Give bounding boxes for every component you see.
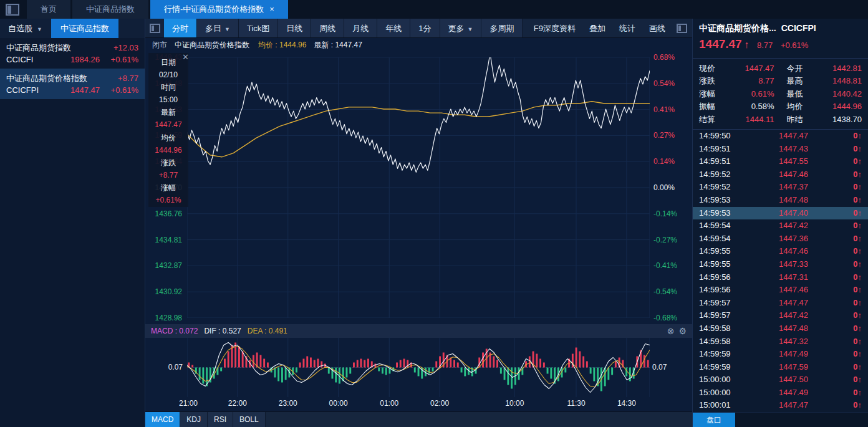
stat-value: 1447.47 (724, 62, 774, 75)
stock-name: 中证商品期货价格指数 (6, 72, 118, 84)
stock-code: CCICFI (6, 54, 54, 65)
period-button[interactable]: Tick图 (239, 19, 278, 37)
tooltip-row: 涨跌 (148, 156, 188, 169)
top-tab[interactable]: 首页 (27, 0, 70, 19)
close-tab-icon[interactable]: × (269, 4, 274, 14)
close-indicator-icon[interactable]: ⊗ (667, 326, 675, 336)
stock-list-item[interactable]: 中证商品期货指数+12.03CCICFI1984.26+0.61% (0, 38, 145, 69)
stock-change: +8.77 (118, 72, 138, 84)
tick-row[interactable]: 14:59:591447.490↑ (693, 348, 868, 361)
time-axis-label: 23:00 (274, 399, 302, 408)
stat-label: 现价 (699, 62, 724, 75)
tick-row[interactable]: 15:00:001447.490↑ (693, 386, 868, 400)
tick-row[interactable]: 14:59:521447.370↑ (693, 181, 868, 194)
period-button-label: 年线 (385, 24, 402, 33)
period-button[interactable]: 1分 (410, 19, 440, 37)
indicator-tab-rsi[interactable]: RSI (208, 412, 233, 427)
tick-volume: 0↑ (841, 373, 862, 386)
tick-row[interactable]: 14:59:561447.460↑ (693, 284, 868, 297)
price-plot[interactable] (187, 57, 650, 318)
tick-row[interactable]: 14:59:531447.400↑ (693, 207, 868, 220)
period-button[interactable]: 月线 (344, 19, 377, 37)
watchlist-group-label: 自选股 (8, 24, 32, 33)
tick-row[interactable]: 14:59:551447.460↑ (693, 245, 868, 258)
tick-time: 14:59:54 (699, 219, 746, 233)
tick-row[interactable]: 14:59:541447.420↑ (693, 219, 868, 233)
percent-axis-label: -0.27% (653, 236, 677, 244)
tick-row[interactable]: 14:59:531447.480↑ (693, 194, 868, 207)
toolbar-link[interactable]: 统计 (612, 19, 642, 37)
toolbar-link[interactable]: 叠加 (582, 19, 612, 37)
tick-row[interactable]: 14:59:571447.470↑ (693, 297, 868, 310)
close-icon[interactable]: ✕ (182, 53, 189, 61)
top-tab[interactable]: 中证商品指数 (72, 0, 148, 19)
period-button[interactable]: 分时 (164, 19, 197, 37)
stat-label: 结算 (699, 113, 724, 126)
tick-time: 14:59:59 (699, 361, 746, 374)
percent-axis-label: 0.41% (653, 105, 675, 114)
toolbar-link[interactable]: 画线 (642, 19, 672, 37)
toolbar-link[interactable]: F9深度资料 (527, 19, 582, 37)
toolbar-links: F9深度资料叠加统计画线 (527, 19, 672, 37)
tick-row[interactable]: 15:00:011447.470↑ (693, 399, 868, 412)
watchlist-group-dropdown[interactable]: 自选股▼ (0, 19, 42, 38)
tick-list[interactable]: 14:59:501447.470↑14:59:511447.430↑14:59:… (693, 130, 868, 412)
stat-value: 1438.70 (812, 113, 862, 126)
stock-list: 中证商品期货指数+12.03CCICFI1984.26+0.61%中证商品期货价… (0, 38, 145, 99)
indicator-tab-boll[interactable]: BOLL (233, 412, 266, 427)
chevron-down-icon: ▼ (37, 26, 42, 32)
tick-time: 14:59:55 (699, 258, 746, 271)
watchlist-group-button[interactable]: 中证商品指数 (51, 19, 118, 38)
tick-row[interactable]: 14:59:511447.430↑ (693, 143, 868, 156)
intraday-chart[interactable]: 1448.431446.481444.531442.591440.641438.… (145, 52, 692, 324)
macd-header-value: DEA : 0.491 (248, 327, 287, 335)
percent-axis-label: 0.27% (653, 131, 675, 140)
tick-row[interactable]: 14:59:521447.460↑ (693, 168, 868, 181)
period-button[interactable]: 周线 (311, 19, 344, 37)
period-button[interactable]: 日线 (278, 19, 311, 37)
percent-axis-label: 0.14% (653, 157, 675, 166)
tick-row[interactable]: 14:59:561447.310↑ (693, 271, 868, 284)
stat-value: 8.77 (724, 75, 774, 87)
top-tab-label: 中证商品指数 (86, 4, 135, 14)
tick-row[interactable]: 14:59:591447.590↑ (693, 361, 868, 374)
time-axis-label: 22:00 (224, 399, 251, 408)
tick-row[interactable]: 14:59:581447.480↑ (693, 322, 868, 335)
chart-info-bar: 闭市中证商品期货价格指数均价 : 1444.96最新 : 1447.47 (145, 38, 692, 52)
tick-price: 1447.49 (746, 386, 841, 400)
period-button[interactable]: 更多▼ (440, 19, 482, 37)
period-button[interactable]: 年线 (377, 19, 410, 37)
panel-toggle-icon[interactable] (150, 24, 160, 33)
price-axis-label: 1436.76 (155, 209, 182, 218)
top-tab-label: 行情-中证商品期货价格指数 (164, 4, 264, 14)
order-book-button[interactable]: 盘口 (693, 413, 735, 427)
macd-plot[interactable] (187, 338, 650, 397)
tick-row[interactable]: 14:59:581447.320↑ (693, 335, 868, 348)
macd-pane[interactable]: 0.07 0.07 (145, 338, 692, 397)
stat-value: 1444.96 (812, 100, 862, 113)
tick-price: 1447.50 (746, 373, 841, 386)
indicator-tab-macd[interactable]: MACD (145, 412, 180, 427)
time-axis-label: 10:00 (501, 399, 528, 408)
tick-price: 1447.47 (746, 130, 841, 143)
tick-row[interactable]: 14:59:551447.330↑ (693, 258, 868, 271)
stock-list-item[interactable]: 中证商品期货价格指数+8.77CCICFPI1447.47+0.61% (0, 69, 145, 99)
tick-row[interactable]: 15:00:001447.500↑ (693, 373, 868, 386)
indicator-tab-kdj[interactable]: KDJ (180, 412, 208, 427)
tick-time: 14:59:59 (699, 348, 746, 361)
sidebar-toggle-icon[interactable] (6, 4, 19, 16)
period-button-label: 月线 (352, 24, 369, 33)
tick-row[interactable]: 14:59:501447.470↑ (693, 130, 868, 143)
tick-volume: 0↑ (841, 386, 862, 400)
period-button[interactable]: 多日▼ (197, 19, 239, 37)
tick-row[interactable]: 14:59:571447.420↑ (693, 309, 868, 322)
tick-row[interactable]: 14:59:541447.360↑ (693, 233, 868, 246)
top-tab-label: 首页 (41, 4, 57, 14)
tick-row[interactable]: 14:59:511447.550↑ (693, 155, 868, 168)
period-button[interactable]: 多周期 (481, 19, 523, 37)
top-tab[interactable]: 行情-中证商品期货价格指数× (150, 0, 288, 19)
gear-icon[interactable]: ⚙ (678, 326, 687, 336)
tick-time: 14:59:51 (699, 155, 746, 168)
price-axis-label: 1434.81 (155, 236, 182, 244)
panel-toggle-right-icon[interactable] (677, 24, 687, 33)
